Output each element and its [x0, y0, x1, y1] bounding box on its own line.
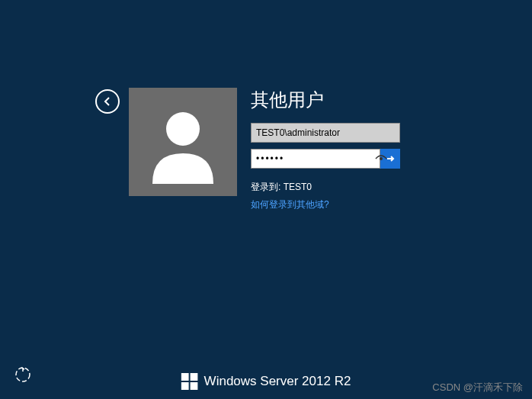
- watermark-text: CSDN @汗滴禾下除: [432, 381, 523, 394]
- svg-rect-6: [191, 382, 198, 390]
- svg-rect-5: [181, 382, 189, 390]
- username-input[interactable]: [251, 123, 400, 143]
- eye-icon: [375, 154, 387, 163]
- other-domain-link[interactable]: 如何登录到其他域?: [251, 198, 400, 211]
- login-title: 其他用户: [251, 88, 400, 112]
- ease-of-access-icon: [14, 365, 32, 384]
- windows-logo-icon: [181, 373, 198, 390]
- reveal-password-button[interactable]: [375, 150, 387, 168]
- svg-point-1: [380, 157, 383, 160]
- svg-rect-3: [181, 373, 189, 381]
- user-icon: [141, 100, 225, 184]
- arrow-left-icon: [101, 95, 114, 108]
- logon-to-label: 登录到: TEST0: [251, 181, 400, 194]
- back-button[interactable]: [95, 89, 120, 114]
- product-name: Windows Server 2012 R2: [204, 374, 351, 389]
- user-avatar: [129, 88, 237, 196]
- ease-of-access-button[interactable]: [12, 364, 34, 385]
- svg-point-0: [166, 112, 200, 146]
- windows-branding: Windows Server 2012 R2: [181, 373, 351, 390]
- svg-rect-4: [191, 373, 198, 381]
- password-input[interactable]: [252, 150, 375, 168]
